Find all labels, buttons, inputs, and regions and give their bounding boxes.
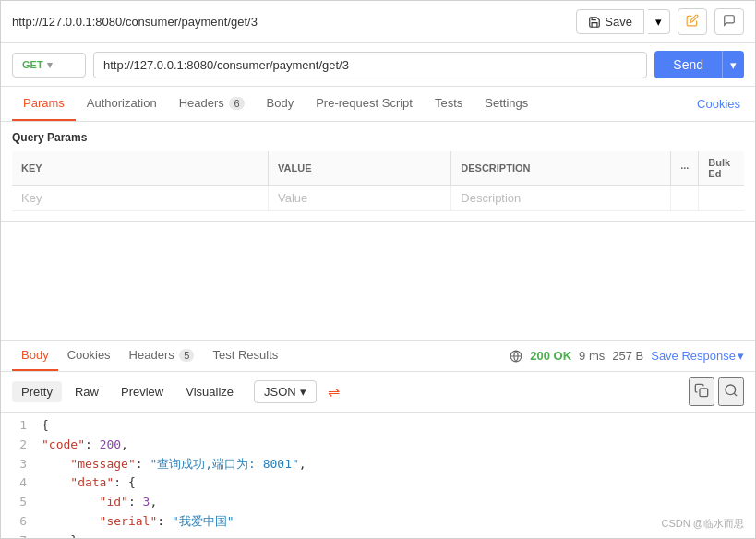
title-actions: Save ▾: [576, 8, 744, 35]
search-button[interactable]: [718, 377, 744, 406]
copy-button[interactable]: [689, 377, 714, 406]
response-tabs: Body Cookies Headers 5 Test Results 200 …: [1, 340, 755, 372]
edit-button[interactable]: [678, 8, 707, 35]
send-button[interactable]: Send: [654, 51, 722, 78]
response-tab-test-results[interactable]: Test Results: [203, 341, 287, 371]
json-format-dropdown-icon: ▾: [300, 385, 306, 399]
title-url: http://127.0.0.1:8080/consumer/payment/g…: [12, 15, 569, 29]
json-line-6: 6 "serial": "我爱中国": [1, 512, 755, 532]
response-tab-body[interactable]: Body: [12, 341, 58, 371]
send-btn-group: Send ▾: [654, 51, 744, 78]
empty-space: [1, 222, 755, 340]
globe-icon: [510, 350, 522, 363]
request-tabs: Params Authorization Headers 6 Body Pre-…: [1, 87, 755, 122]
svg-point-2: [726, 385, 736, 395]
json-line-3: 3 "message": "查询成功,端口为: 8001",: [1, 455, 755, 474]
query-params-section: Query Params KEY VALUE DESCRIPTION ··· B…: [1, 122, 755, 222]
response-tab-headers[interactable]: Headers 5: [120, 341, 204, 371]
comment-icon: [723, 14, 736, 27]
response-status: 200 OK 9 ms 257 B Save Response ▾: [510, 349, 744, 363]
json-line-5: 5 "id": 3,: [1, 493, 755, 512]
filter-button[interactable]: ⇌: [320, 379, 347, 404]
format-pretty-button[interactable]: Pretty: [12, 381, 62, 402]
json-line-7: 7 }: [1, 532, 755, 538]
copy-icon-svg: [694, 383, 709, 398]
col-header-bulk: Bulk Ed: [699, 151, 744, 186]
pencil-icon: [686, 14, 699, 27]
params-table: KEY VALUE DESCRIPTION ··· Bulk Ed Key Va…: [12, 151, 744, 211]
format-raw-button[interactable]: Raw: [66, 381, 108, 402]
response-tab-cookies[interactable]: Cookies: [58, 341, 120, 371]
desc-input-cell[interactable]: Description: [451, 186, 671, 211]
tab-params[interactable]: Params: [12, 87, 76, 121]
key-input-cell[interactable]: Key: [12, 186, 269, 211]
value-input-cell[interactable]: Value: [269, 186, 451, 211]
json-line-4: 4 "data": {: [1, 473, 755, 493]
format-visualize-button[interactable]: Visualize: [176, 381, 243, 402]
url-input[interactable]: [93, 52, 647, 78]
query-params-title: Query Params: [12, 131, 744, 144]
col-header-key: KEY: [12, 151, 269, 186]
watermark: CSDN @临水而思: [662, 517, 744, 531]
save-icon: [588, 16, 601, 29]
table-row: Key Value Description: [12, 186, 744, 211]
search-icon-svg: [724, 383, 738, 398]
tab-body[interactable]: Body: [256, 87, 306, 121]
save-response-button[interactable]: Save Response ▾: [651, 349, 744, 363]
tab-tests[interactable]: Tests: [424, 87, 474, 121]
method-label: GET: [22, 59, 43, 70]
bulk-cell: [699, 186, 744, 211]
cookies-link[interactable]: Cookies: [693, 88, 744, 120]
response-time: 9 ms: [579, 349, 605, 363]
status-code: 200 OK: [530, 349, 571, 363]
save-button[interactable]: Save: [576, 9, 644, 34]
json-response-content: 1 { 2 "code": 200, 3 "message": "查询成功,端口…: [1, 413, 755, 538]
tab-prerequest[interactable]: Pre-request Script: [305, 87, 424, 121]
json-format-select[interactable]: JSON ▾: [254, 380, 317, 403]
format-bar: Pretty Raw Preview Visualize JSON ▾ ⇌: [1, 372, 755, 413]
method-dropdown-icon: ▾: [47, 59, 53, 71]
save-response-dropdown-icon: ▾: [738, 349, 744, 363]
comment-button[interactable]: [714, 8, 744, 35]
format-preview-button[interactable]: Preview: [112, 381, 173, 402]
json-format-label: JSON: [264, 385, 296, 399]
method-select[interactable]: GET ▾: [12, 53, 86, 78]
url-bar: GET ▾ Send ▾: [1, 43, 755, 87]
col-header-actions: ···: [671, 151, 699, 186]
col-header-description: DESCRIPTION: [451, 151, 671, 186]
send-dropdown-button[interactable]: ▾: [722, 51, 744, 78]
actions-cell: [671, 186, 699, 211]
svg-rect-1: [700, 389, 708, 397]
col-header-value: VALUE: [269, 151, 451, 186]
tab-headers[interactable]: Headers 6: [168, 87, 256, 121]
json-line-2: 2 "code": 200,: [1, 436, 755, 455]
json-line-1: 1 {: [1, 416, 755, 436]
save-dropdown-button[interactable]: ▾: [648, 9, 670, 34]
tab-settings[interactable]: Settings: [474, 87, 539, 121]
title-bar: http://127.0.0.1:8080/consumer/payment/g…: [1, 1, 755, 43]
response-size: 257 B: [612, 349, 643, 363]
tab-authorization[interactable]: Authorization: [76, 87, 168, 121]
